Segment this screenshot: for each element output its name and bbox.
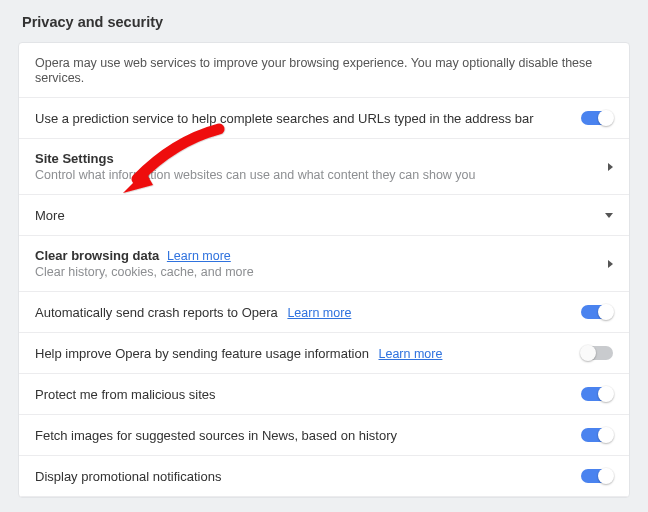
site-settings-row[interactable]: Site Settings Control what information w… <box>19 139 629 195</box>
protect-label: Protect me from malicious sites <box>35 387 216 402</box>
more-row[interactable]: More <box>19 195 629 236</box>
settings-panel: Opera may use web services to improve yo… <box>18 42 630 498</box>
crash-toggle[interactable] <box>581 305 613 319</box>
clear-data-row[interactable]: Clear browsing data Learn more Clear his… <box>19 236 629 292</box>
more-label: More <box>35 208 65 223</box>
crash-reports-row[interactable]: Automatically send crash reports to Oper… <box>19 292 629 333</box>
site-settings-title: Site Settings <box>35 151 596 166</box>
prediction-row[interactable]: Use a prediction service to help complet… <box>19 98 629 139</box>
improve-label: Help improve Opera by sending feature us… <box>35 346 369 361</box>
promo-row[interactable]: Display promotional notifications <box>19 456 629 497</box>
prediction-toggle[interactable] <box>581 111 613 125</box>
protect-row[interactable]: Protect me from malicious sites <box>19 374 629 415</box>
improve-learn-link[interactable]: Learn more <box>378 347 442 361</box>
improve-row[interactable]: Help improve Opera by sending feature us… <box>19 333 629 374</box>
clear-data-subtitle: Clear history, cookies, cache, and more <box>35 265 596 279</box>
promo-label: Display promotional notifications <box>35 469 221 484</box>
protect-toggle[interactable] <box>581 387 613 401</box>
intro-text: Opera may use web services to improve yo… <box>35 56 592 85</box>
improve-toggle[interactable] <box>581 346 613 360</box>
prediction-label: Use a prediction service to help complet… <box>35 111 534 126</box>
promo-toggle[interactable] <box>581 469 613 483</box>
clear-data-learn-link[interactable]: Learn more <box>167 249 231 263</box>
crash-label: Automatically send crash reports to Oper… <box>35 305 278 320</box>
fetch-label: Fetch images for suggested sources in Ne… <box>35 428 397 443</box>
site-settings-subtitle: Control what information websites can us… <box>35 168 596 182</box>
section-title: Privacy and security <box>22 14 630 30</box>
chevron-right-icon <box>608 163 613 171</box>
intro-row: Opera may use web services to improve yo… <box>19 43 629 98</box>
fetch-images-row[interactable]: Fetch images for suggested sources in Ne… <box>19 415 629 456</box>
fetch-toggle[interactable] <box>581 428 613 442</box>
crash-learn-link[interactable]: Learn more <box>287 306 351 320</box>
clear-data-title: Clear browsing data <box>35 248 159 263</box>
chevron-right-icon <box>608 260 613 268</box>
chevron-down-icon <box>605 213 613 218</box>
